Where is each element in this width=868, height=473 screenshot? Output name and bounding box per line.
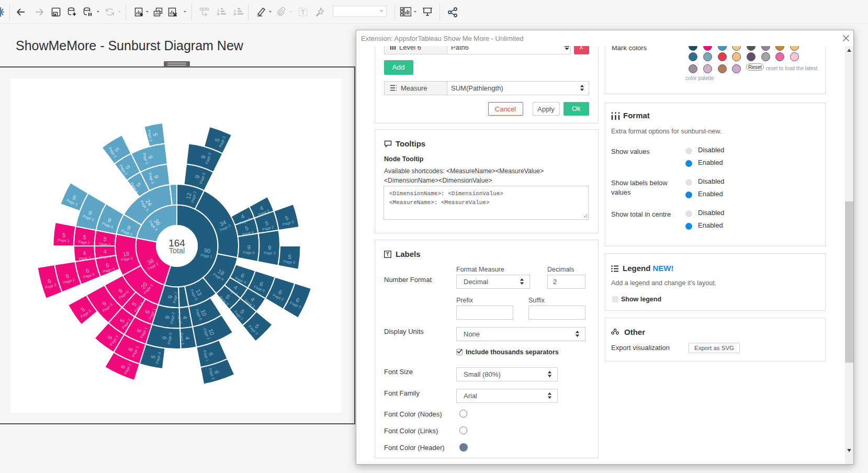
svg-text:5: 5 — [83, 234, 86, 241]
svg-text:5: 5 — [103, 236, 107, 243]
svg-text:5: 5 — [288, 253, 291, 260]
svg-text:4: 4 — [83, 250, 86, 256]
svg-text:9: 9 — [268, 244, 271, 251]
svg-text:90: 90 — [204, 247, 211, 254]
svg-text:5: 5 — [62, 232, 66, 239]
svg-text:9: 9 — [247, 244, 251, 251]
svg-text:4: 4 — [103, 248, 107, 254]
svg-text:18: 18 — [122, 250, 130, 257]
svg-text:Total: Total — [169, 246, 185, 255]
